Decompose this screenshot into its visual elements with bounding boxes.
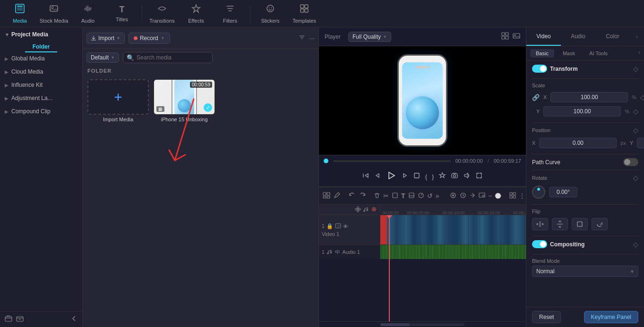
filter-icon[interactable] bbox=[299, 34, 305, 42]
blend-mode-select[interactable]: Normal Multiply Screen Overlay Darken Li… bbox=[532, 266, 638, 277]
add-folder-button[interactable] bbox=[5, 315, 12, 324]
tl-minus-zoom[interactable]: − bbox=[488, 192, 492, 200]
tab-video[interactable]: Video bbox=[526, 27, 561, 46]
subtab-mask[interactable]: Mask bbox=[557, 49, 581, 58]
timeline-scrollbar[interactable] bbox=[319, 321, 526, 327]
lock-icon[interactable]: 🔗 bbox=[532, 94, 540, 101]
toolbar-effects[interactable]: Effects bbox=[180, 1, 212, 26]
tl-edit-button[interactable] bbox=[333, 192, 341, 201]
import-dropdown[interactable]: Import ▼ bbox=[86, 33, 125, 44]
snapshot-button[interactable] bbox=[451, 172, 458, 181]
toolbar-stickers[interactable]: Stickers bbox=[254, 1, 286, 26]
mark-out-button[interactable]: } bbox=[432, 173, 434, 180]
tl-scenes-button[interactable] bbox=[323, 192, 330, 201]
flip-h-button[interactable] bbox=[532, 218, 548, 230]
flip-v-button[interactable] bbox=[552, 218, 568, 230]
subtab-ai[interactable]: AI Tools bbox=[584, 49, 613, 58]
flip-rotate-button[interactable] bbox=[592, 218, 608, 230]
pos-x-input[interactable] bbox=[539, 138, 617, 148]
tl-add-special-track[interactable] bbox=[371, 206, 377, 214]
sidebar-collapse-button[interactable] bbox=[71, 315, 77, 324]
skip-back-button[interactable] bbox=[362, 172, 369, 181]
rotate-input[interactable] bbox=[549, 187, 577, 197]
tl-audio-marker[interactable] bbox=[460, 192, 466, 200]
sidebar-folder-selected[interactable]: Folder bbox=[25, 42, 58, 52]
tl-redo-button[interactable] bbox=[359, 192, 366, 201]
tab-more-icon[interactable]: › bbox=[630, 27, 644, 46]
play-button[interactable] bbox=[386, 171, 396, 183]
scale-y-input[interactable] bbox=[543, 106, 621, 117]
pos-y-input[interactable] bbox=[637, 138, 644, 148]
sidebar-item-global[interactable]: ▶ Global Media bbox=[0, 52, 82, 65]
audio-track-icon[interactable] bbox=[326, 249, 333, 256]
keyframe-panel-button[interactable]: Keyframe Panel bbox=[584, 311, 638, 323]
more-options-icon[interactable]: ··· bbox=[309, 34, 315, 42]
import-box[interactable]: + bbox=[87, 79, 149, 115]
scale-y-keyframe-icon[interactable]: ◇ bbox=[633, 108, 638, 115]
lock-track-icon[interactable]: 🔒 bbox=[326, 223, 333, 229]
record-button[interactable]: Record ▼ bbox=[129, 33, 170, 44]
tab-color[interactable]: Color bbox=[595, 27, 630, 46]
sidebar-item-influence[interactable]: ▶ Influence Kit bbox=[0, 78, 82, 92]
volume-button[interactable] bbox=[463, 172, 471, 181]
rotate-dial[interactable] bbox=[532, 185, 545, 199]
compositing-keyframe-icon[interactable]: ◇ bbox=[633, 241, 638, 248]
tl-box-button[interactable] bbox=[408, 192, 415, 200]
tl-grid-button[interactable] bbox=[509, 192, 516, 200]
video-media-item[interactable]: ▦ 00:00:59 ✓ iPhone 15 Unboxing bbox=[154, 79, 215, 122]
tl-pip-button[interactable] bbox=[479, 192, 485, 200]
audio-track-body[interactable] bbox=[380, 245, 526, 259]
search-input[interactable] bbox=[123, 52, 213, 63]
tl-cut-button[interactable]: ✂ bbox=[383, 192, 389, 200]
transform-toggle[interactable] bbox=[532, 65, 547, 73]
toolbar-audio[interactable]: Audio bbox=[72, 1, 104, 26]
transform-keyframe-icon[interactable]: ◇ bbox=[633, 65, 638, 73]
tl-add-video-track[interactable] bbox=[355, 206, 361, 214]
tl-crop-button[interactable] bbox=[392, 192, 398, 200]
import-media-item[interactable]: + Import Media bbox=[87, 79, 149, 122]
sub-tab-more-icon[interactable]: › bbox=[638, 49, 640, 58]
eye-icon[interactable]: 👁 bbox=[343, 224, 348, 229]
video-track-icon[interactable] bbox=[335, 223, 341, 230]
photo-icon[interactable] bbox=[513, 32, 520, 42]
tl-text-button[interactable]: T bbox=[401, 192, 405, 200]
reset-button[interactable]: Reset bbox=[532, 311, 561, 323]
subtab-basic[interactable]: Basic bbox=[530, 49, 554, 58]
toolbar-stock[interactable]: Stock Media bbox=[38, 1, 70, 26]
progress-dot[interactable] bbox=[324, 159, 328, 163]
toolbar-templates[interactable]: Templates bbox=[288, 1, 320, 26]
tl-settings-button[interactable]: ⋮ bbox=[519, 192, 525, 200]
progress-bar[interactable] bbox=[333, 160, 451, 162]
sidebar-item-compound[interactable]: ▶ Compound Clip bbox=[0, 105, 82, 118]
crop-button[interactable] bbox=[413, 172, 421, 181]
grid-view-icon[interactable] bbox=[501, 32, 509, 42]
scale-x-input[interactable] bbox=[550, 92, 628, 102]
tl-reset-button[interactable]: ↺ bbox=[427, 192, 433, 200]
remove-folder-button[interactable] bbox=[16, 315, 24, 324]
tl-color-button[interactable] bbox=[418, 192, 424, 200]
folder-dropdown[interactable]: Default ▼ bbox=[86, 52, 119, 63]
sidebar-item-cloud[interactable]: ▶ Cloud Media bbox=[0, 65, 82, 78]
toolbar-titles[interactable]: T Titles bbox=[106, 1, 138, 26]
tl-speed-button[interactable] bbox=[469, 192, 476, 200]
toolbar-transitions[interactable]: Transitions bbox=[146, 1, 178, 26]
audio-volume-icon[interactable] bbox=[335, 249, 341, 256]
tl-delete-button[interactable] bbox=[374, 192, 380, 200]
path-curve-toggle[interactable] bbox=[623, 158, 638, 166]
tl-undo-button[interactable] bbox=[348, 192, 356, 201]
quality-select[interactable]: Full Quality ▼ bbox=[348, 32, 391, 42]
mark-in-button[interactable]: { bbox=[425, 173, 427, 180]
position-keyframe-icon[interactable]: ◇ bbox=[633, 126, 638, 134]
step-back-button[interactable] bbox=[374, 172, 382, 181]
step-forward-button[interactable] bbox=[401, 172, 408, 181]
toolbar-media[interactable]: Media bbox=[4, 1, 36, 26]
scale-x-keyframe-icon[interactable]: ◇ bbox=[640, 93, 644, 101]
marker-button[interactable] bbox=[438, 172, 446, 181]
tab-audio[interactable]: Audio bbox=[561, 27, 595, 46]
video-track-body[interactable] bbox=[380, 215, 526, 244]
fullscreen-button[interactable] bbox=[475, 172, 483, 181]
tl-more-button[interactable]: » bbox=[436, 192, 439, 200]
flip-square-button[interactable] bbox=[572, 218, 588, 230]
sidebar-item-adjustment[interactable]: ▶ Adjustment La... bbox=[0, 92, 82, 105]
tl-ring-button[interactable] bbox=[449, 192, 457, 201]
